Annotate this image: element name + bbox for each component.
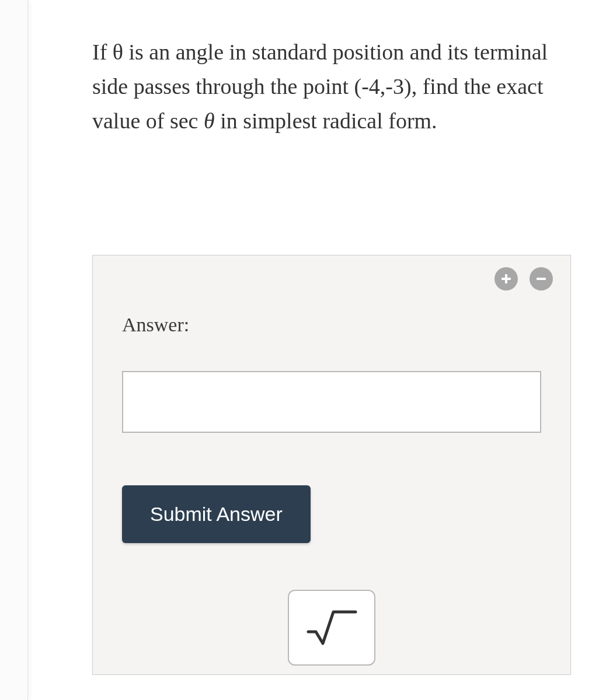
sqrt-icon bbox=[305, 607, 358, 648]
question-func: sec bbox=[170, 108, 198, 133]
question-var: θ bbox=[204, 108, 215, 133]
page-left-margin bbox=[0, 0, 28, 700]
plus-icon bbox=[500, 273, 512, 285]
question-text: If θ is an angle in standard position an… bbox=[92, 35, 571, 138]
svg-rect-1 bbox=[501, 278, 511, 280]
sqrt-button[interactable] bbox=[288, 590, 375, 666]
question-suffix: in simplest radical form. bbox=[215, 108, 437, 133]
answer-input[interactable] bbox=[122, 371, 541, 433]
answer-label: Answer: bbox=[122, 314, 541, 336]
content-area: If θ is an angle in standard position an… bbox=[28, 0, 606, 700]
panel-controls bbox=[494, 267, 553, 290]
svg-rect-2 bbox=[537, 278, 546, 280]
zoom-in-button[interactable] bbox=[494, 267, 518, 290]
minus-icon bbox=[535, 273, 547, 285]
submit-answer-button[interactable]: Submit Answer bbox=[122, 485, 311, 543]
answer-panel: Answer: Submit Answer bbox=[92, 255, 571, 675]
zoom-out-button[interactable] bbox=[530, 267, 553, 290]
